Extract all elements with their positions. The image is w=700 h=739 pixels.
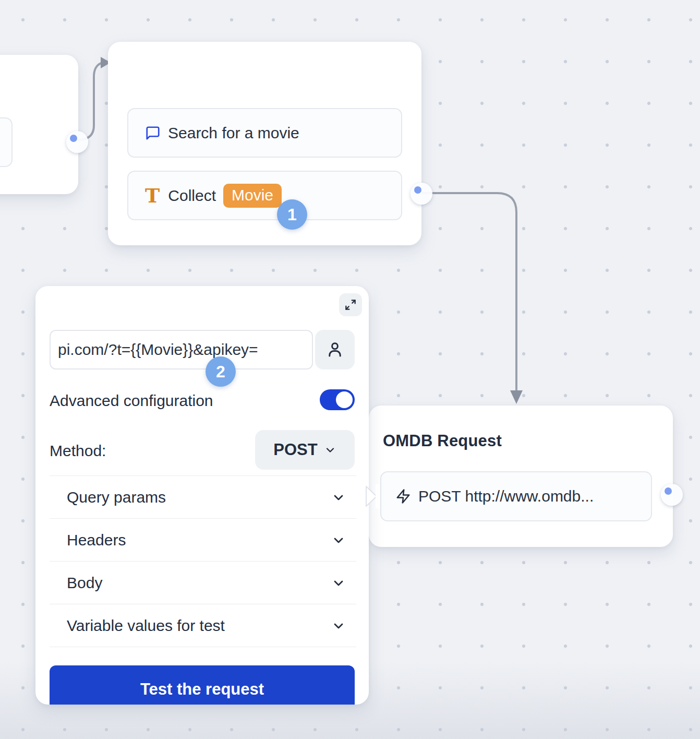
output-port-movie-search[interactable]: [411, 183, 432, 205]
expand-button[interactable]: [339, 293, 362, 316]
connector-movie-search-to-omdb: [423, 193, 516, 392]
method-value: POST: [273, 440, 317, 459]
chevron-down-icon: [324, 444, 336, 456]
arrowhead-into-omdb: [510, 390, 523, 404]
output-port-omdb-request[interactable]: [661, 484, 683, 506]
chevron-down-icon: [331, 490, 346, 505]
node-item-label: Search for a movie: [168, 124, 299, 142]
chat-bubble-icon: [145, 125, 161, 141]
text-input-icon: T: [145, 186, 160, 206]
section-label: Body: [67, 574, 331, 592]
connector-prev-to-movie-search: [78, 63, 104, 140]
section-body[interactable]: Body: [50, 561, 356, 604]
movie-search-node-card[interactable]: Movie search Search for a movie T Collec…: [108, 42, 421, 245]
node-item-label: Collect: [168, 187, 216, 205]
toggle-knob: [336, 391, 353, 408]
output-port-previous-node[interactable]: [66, 131, 88, 153]
user-variable-button[interactable]: [315, 330, 355, 370]
webhook-config-panel[interactable]: Advanced configuration Method: POST Quer…: [35, 286, 369, 705]
step-badge-1: 1: [277, 199, 307, 230]
step-badge-2: 2: [206, 356, 236, 387]
advanced-configuration-label: Advanced configuration: [50, 392, 213, 410]
chevron-down-icon: [331, 576, 346, 590]
previous-node-item[interactable]: [0, 117, 13, 167]
method-select[interactable]: POST: [255, 430, 355, 470]
section-label: Headers: [67, 531, 331, 549]
node-item-collect-movie[interactable]: T Collect Movie: [127, 171, 402, 220]
section-label: Variable values for test: [67, 617, 331, 635]
section-label: Query params: [67, 488, 331, 506]
expand-icon: [344, 298, 357, 312]
method-label: Method:: [50, 442, 106, 460]
person-icon: [325, 340, 344, 359]
webhook-url-input[interactable]: [50, 330, 313, 370]
variable-badge-movie[interactable]: Movie: [223, 184, 282, 208]
node-item-label: POST http://www.omdb...: [418, 487, 594, 505]
omdb-input-notch: [363, 484, 380, 508]
config-sections: Query params Headers Body Variable value…: [50, 475, 356, 647]
section-variable-values-for-test[interactable]: Variable values for test: [50, 604, 356, 647]
test-the-request-button[interactable]: Test the request: [50, 665, 355, 705]
zap-icon: [395, 488, 411, 504]
node-item-omdb-post[interactable]: POST http://www.omdb...: [380, 471, 652, 521]
previous-node-card[interactable]: [0, 55, 78, 194]
chevron-down-icon: [331, 618, 346, 633]
node-item-search-for-a-movie[interactable]: Search for a movie: [127, 108, 402, 158]
advanced-configuration-toggle[interactable]: [320, 389, 355, 410]
section-query-params[interactable]: Query params: [50, 475, 356, 518]
section-headers[interactable]: Headers: [50, 518, 356, 561]
node-title: OMDB Request: [383, 432, 502, 450]
chevron-down-icon: [331, 533, 346, 547]
omdb-request-node-card[interactable]: OMDB Request POST http://www.omdb...: [369, 406, 673, 547]
